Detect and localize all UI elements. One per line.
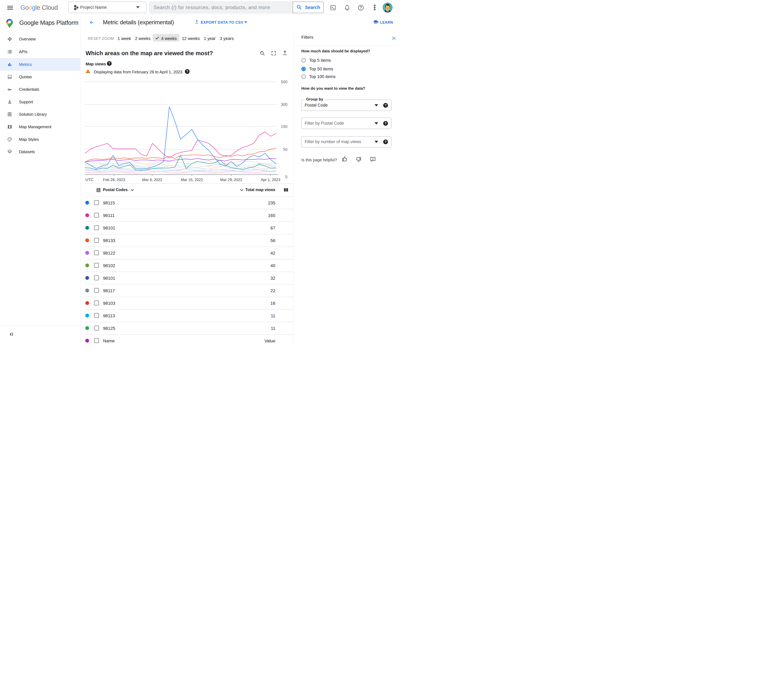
svg-text:Mar 8, 2022: Mar 8, 2022 bbox=[142, 178, 162, 182]
svg-text:Mar 15, 2022: Mar 15, 2022 bbox=[181, 178, 203, 182]
svg-text:UTC: UTC bbox=[85, 178, 93, 182]
svg-text:50: 50 bbox=[283, 147, 287, 152]
svg-text:150: 150 bbox=[281, 124, 287, 129]
svg-text:Mar 29, 2022: Mar 29, 2022 bbox=[220, 178, 242, 182]
svg-text:Apr 1, 2023: Apr 1, 2023 bbox=[261, 178, 280, 182]
svg-text:300: 300 bbox=[281, 102, 287, 106]
svg-text:500: 500 bbox=[281, 80, 287, 84]
svg-text:Feb 26, 2023: Feb 26, 2023 bbox=[103, 178, 125, 182]
svg-text:0: 0 bbox=[285, 175, 287, 179]
